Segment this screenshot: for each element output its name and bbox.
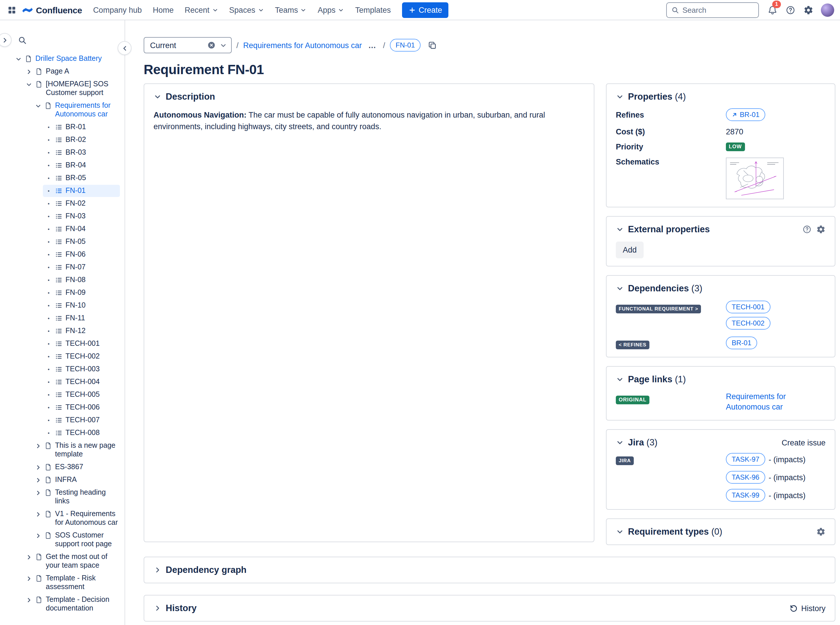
tree-item-fn-05[interactable]: •FN-05 — [43, 236, 120, 248]
tree-item-br-04[interactable]: •BR-04 — [43, 159, 120, 171]
search-input[interactable] — [683, 6, 754, 14]
tree-item-driller-space-battery[interactable]: Driller Space Battery — [13, 53, 120, 65]
current-requirement-chip[interactable]: FN-01 — [390, 39, 421, 51]
tree-item-get-the-most-out-of-your-team-space[interactable]: Get the most out of your team space — [23, 551, 120, 572]
collapse-external-properties-chevron-icon[interactable] — [616, 225, 624, 233]
collapse-requirement-types-chevron-icon[interactable] — [616, 528, 624, 536]
sidebar-search-icon[interactable] — [14, 32, 30, 48]
global-search[interactable] — [666, 2, 759, 18]
jira-issue-chip[interactable]: TASK-97 — [726, 453, 765, 466]
tree-item-requirements-for-autonomous-car[interactable]: Requirements for Autonomous car — [33, 100, 120, 120]
tree-item-v1-requirements-for-autonomous-car[interactable]: V1 - Requirements for Autonomous car — [33, 508, 120, 529]
help-icon[interactable] — [802, 225, 812, 234]
history-button[interactable]: History — [790, 604, 826, 613]
chevron-down-icon[interactable] — [14, 54, 23, 63]
nav-teams[interactable]: Teams — [270, 2, 312, 18]
expand-dependency-graph-chevron-icon[interactable] — [154, 566, 162, 574]
jira-issue-chip[interactable]: TASK-96 — [726, 471, 765, 484]
jira-issue-chip[interactable]: TASK-99 — [726, 489, 765, 502]
tree-item-tech-005[interactable]: •TECH-005 — [43, 389, 120, 401]
tree-item-fn-01[interactable]: •FN-01 — [43, 185, 120, 197]
dependency-chip[interactable]: TECH-001 — [726, 301, 770, 313]
tree-item-es-3867[interactable]: ES-3867 — [33, 461, 120, 473]
settings-gear-icon[interactable] — [816, 225, 826, 234]
dependency-chip[interactable]: BR-01 — [726, 337, 757, 349]
confluence-logo[interactable]: Confluence — [20, 4, 88, 16]
expand-history-chevron-icon[interactable] — [154, 604, 162, 612]
clear-version-icon[interactable] — [207, 41, 216, 49]
collapse-description-chevron-icon[interactable] — [154, 93, 162, 101]
tree-item-fn-08[interactable]: •FN-08 — [43, 274, 120, 286]
tree-item-template-risk-assessment[interactable]: Template - Risk assessment — [23, 572, 120, 593]
tree-item-homepage-sos-customer-support[interactable]: [HOMEPAGE] SOS Customer support — [23, 78, 120, 99]
copy-icon[interactable] — [425, 38, 439, 52]
nav-spaces[interactable]: Spaces — [224, 2, 269, 18]
chevron-down-icon[interactable] — [24, 80, 34, 89]
tree-item-sos-customer-support-root-page[interactable]: SOS Customer support root page — [33, 529, 120, 550]
chevron-right-icon[interactable] — [24, 553, 34, 561]
chevron-down-icon[interactable] — [219, 41, 227, 49]
nav-company-hub[interactable]: Company hub — [88, 2, 147, 18]
tree-item-tech-002[interactable]: •TECH-002 — [43, 350, 120, 362]
chevron-right-icon[interactable] — [24, 67, 34, 76]
chevron-right-icon[interactable] — [34, 488, 43, 497]
app-switcher-icon[interactable] — [3, 2, 20, 18]
tree-item-fn-09[interactable]: •FN-09 — [43, 287, 120, 299]
tree-item-tech-007[interactable]: •TECH-007 — [43, 414, 120, 426]
tree-item-br-05[interactable]: •BR-05 — [43, 172, 120, 184]
chevron-right-icon[interactable] — [34, 510, 43, 518]
nav-home[interactable]: Home — [148, 2, 179, 18]
page-link[interactable]: Requirements for Autonomous car — [726, 392, 826, 412]
settings-gear-icon[interactable] — [800, 2, 816, 18]
tree-item-fn-03[interactable]: •FN-03 — [43, 210, 120, 222]
tree-item-fn-12[interactable]: •FN-12 — [43, 325, 120, 337]
tree-item-tech-003[interactable]: •TECH-003 — [43, 363, 120, 375]
tree-item-fn-06[interactable]: •FN-06 — [43, 249, 120, 261]
collapse-page-links-chevron-icon[interactable] — [616, 375, 624, 384]
tree-item-fn-04[interactable]: •FN-04 — [43, 223, 120, 235]
tree-item-template-decision-documentation[interactable]: Template - Decision documentation — [23, 594, 120, 614]
tree-item-testing-heading-links[interactable]: Testing heading links — [33, 487, 120, 507]
chevron-down-icon[interactable] — [34, 101, 43, 110]
notifications-bell-icon[interactable]: 1 — [764, 2, 780, 18]
tree-item-fn-10[interactable]: •FN-10 — [43, 300, 120, 312]
nav-apps[interactable]: Apps — [313, 2, 350, 18]
tree-item-tech-006[interactable]: •TECH-006 — [43, 401, 120, 414]
tree-item-br-01[interactable]: •BR-01 — [43, 121, 120, 133]
tree-item-this-is-a-new-page-template[interactable]: This is a new page template — [33, 440, 120, 460]
help-icon[interactable] — [782, 2, 798, 18]
expand-panel-chevron-icon[interactable] — [0, 33, 12, 47]
tree-item-infra[interactable]: INFRA — [33, 474, 120, 486]
schematics-image[interactable] — [726, 157, 784, 199]
create-button[interactable]: Create — [402, 2, 448, 18]
chevron-right-icon[interactable] — [34, 463, 43, 471]
chevron-right-icon[interactable] — [34, 442, 43, 450]
breadcrumb-parent-link[interactable]: Requirements for Autonomous car — [243, 41, 362, 50]
nav-templates[interactable]: Templates — [350, 2, 396, 18]
tree-item-tech-004[interactable]: •TECH-004 — [43, 376, 120, 388]
chevron-right-icon[interactable] — [24, 595, 34, 604]
settings-gear-icon[interactable] — [816, 527, 826, 536]
chevron-right-icon[interactable] — [34, 476, 43, 484]
create-issue-link[interactable]: Create issue — [781, 438, 826, 447]
chevron-right-icon[interactable] — [24, 574, 34, 583]
tree-item-fn-02[interactable]: •FN-02 — [43, 197, 120, 210]
breadcrumb-ellipsis-button[interactable]: … — [366, 41, 378, 50]
tree-item-tech-001[interactable]: •TECH-001 — [43, 338, 120, 350]
version-selector[interactable]: Current — [144, 37, 232, 53]
collapse-dependencies-chevron-icon[interactable] — [616, 285, 624, 292]
dependency-chip[interactable]: TECH-002 — [726, 317, 770, 330]
tree-item-br-02[interactable]: •BR-02 — [43, 134, 120, 146]
tree-item-fn-11[interactable]: •FN-11 — [43, 312, 120, 324]
refines-chip[interactable]: BR-01 — [726, 108, 765, 121]
tree-item-tech-008[interactable]: •TECH-008 — [43, 427, 120, 439]
tree-item-br-03[interactable]: •BR-03 — [43, 146, 120, 159]
chevron-right-icon[interactable] — [34, 531, 43, 540]
collapse-sidebar-button[interactable] — [118, 41, 132, 55]
collapse-properties-chevron-icon[interactable] — [616, 93, 624, 101]
nav-recent[interactable]: Recent — [180, 2, 224, 18]
tree-item-fn-07[interactable]: •FN-07 — [43, 261, 120, 274]
user-avatar[interactable] — [821, 3, 834, 17]
collapse-jira-chevron-icon[interactable] — [616, 438, 624, 446]
add-external-property-button[interactable]: Add — [616, 241, 644, 258]
